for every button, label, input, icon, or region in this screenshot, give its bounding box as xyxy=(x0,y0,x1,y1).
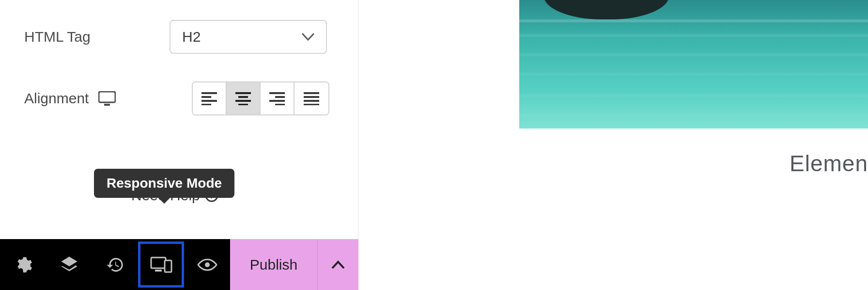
preview-button[interactable] xyxy=(184,239,230,290)
bottom-toolbar: Publish xyxy=(0,239,358,290)
alignment-button-group xyxy=(192,81,329,115)
control-row-alignment: Alignment xyxy=(0,81,358,116)
editor-panel: HTML Tag H2 Alignment xyxy=(0,0,358,290)
eye-icon xyxy=(197,258,217,272)
svg-rect-1 xyxy=(104,104,110,106)
preview-image xyxy=(519,0,868,129)
settings-button[interactable] xyxy=(0,239,46,290)
gear-icon xyxy=(14,256,32,274)
chevron-up-icon xyxy=(331,260,345,269)
alignment-label-text: Alignment xyxy=(24,90,89,107)
align-left-icon xyxy=(202,92,217,105)
preview-heading-text[interactable]: Elemen xyxy=(790,150,868,177)
align-right-button[interactable] xyxy=(261,82,294,114)
svg-rect-22 xyxy=(165,260,171,272)
align-right-icon xyxy=(269,92,285,105)
responsive-mode-button[interactable] xyxy=(138,242,184,288)
svg-rect-20 xyxy=(151,258,166,268)
align-left-button[interactable] xyxy=(193,82,227,114)
control-row-html-tag: HTML Tag H2 xyxy=(0,19,358,54)
align-center-button[interactable] xyxy=(227,82,261,114)
svg-point-23 xyxy=(205,262,210,267)
history-icon xyxy=(106,256,124,274)
alignment-label: Alignment xyxy=(24,90,170,107)
align-justify-icon xyxy=(304,92,319,105)
history-button[interactable] xyxy=(92,239,138,290)
caret-down-icon xyxy=(302,33,314,41)
publish-button[interactable]: Publish xyxy=(230,239,317,290)
align-justify-button[interactable] xyxy=(294,82,328,114)
align-center-icon xyxy=(235,92,251,105)
html-tag-select[interactable]: H2 xyxy=(170,20,327,54)
publish-button-label: Publish xyxy=(250,257,297,273)
responsive-mode-tooltip: Responsive Mode xyxy=(94,169,234,198)
svg-rect-21 xyxy=(155,270,162,272)
desktop-icon[interactable] xyxy=(98,91,116,106)
preview-canvas[interactable]: Elemen xyxy=(358,0,868,290)
publish-options-button[interactable] xyxy=(317,239,358,290)
svg-rect-0 xyxy=(99,92,115,102)
devices-icon xyxy=(150,256,172,274)
layers-icon xyxy=(60,255,79,274)
navigator-button[interactable] xyxy=(46,239,92,290)
html-tag-select-value: H2 xyxy=(182,29,201,45)
html-tag-label: HTML Tag xyxy=(24,29,170,45)
